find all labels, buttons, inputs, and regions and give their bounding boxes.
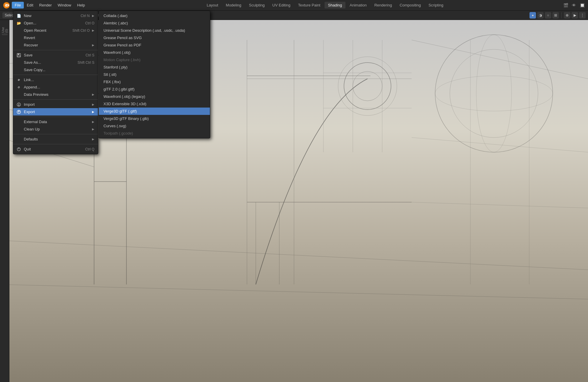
save-as-label: Save As... <box>24 60 41 65</box>
save-shortcut: Ctrl S <box>86 53 94 57</box>
menu-item-data-previews[interactable]: Data Previews ▶ <box>13 91 98 98</box>
menu-item-save-as[interactable]: Save As... Shift Ctrl S <box>13 59 98 66</box>
menu-item-external-data[interactable]: External Data ▶ <box>13 118 98 125</box>
menu-item-clean-up[interactable]: Clean Up ▶ <box>13 125 98 133</box>
external-data-icon <box>16 119 21 125</box>
menu-item-append[interactable]: Append... <box>13 83 98 91</box>
save-copy-icon <box>16 67 21 73</box>
new-arrow: ▶ <box>92 14 94 17</box>
svg-line-31 <box>412 40 588 79</box>
menu-item-recover[interactable]: Recover ▶ <box>13 41 98 49</box>
verge3d-glb-label: Verge3D glTF Binary (.glb) <box>103 116 149 121</box>
tab-compositing[interactable]: Compositing <box>396 2 424 9</box>
export-stanford[interactable]: Stanford (.ply) <box>99 63 210 71</box>
export-arrow: ▶ <box>92 110 94 113</box>
divider-3 <box>561 12 562 18</box>
menu-edit[interactable]: Edit <box>24 2 36 9</box>
fbx-label: FBX (.fbx) <box>103 80 121 84</box>
external-data-arrow: ▶ <box>92 120 94 123</box>
status-left: Use (0) <box>0 20 9 33</box>
menu-item-link[interactable]: Link... <box>13 76 98 83</box>
save-as-icon <box>16 60 21 65</box>
snapping-icon[interactable]: 🔲 <box>579 2 586 9</box>
tab-animation[interactable]: Animation <box>346 2 370 9</box>
svg-line-41 <box>412 202 588 208</box>
svg-rect-43 <box>18 53 19 55</box>
blender-logo <box>2 1 11 9</box>
export-curves-svg[interactable]: Curves (.svg) <box>99 122 210 130</box>
tab-shading[interactable]: Shading <box>325 2 346 9</box>
export-gltf2[interactable]: glTF 2.0 (.glb/.gltf) <box>99 86 210 93</box>
export-stl[interactable]: Stl (.stl) <box>99 71 210 78</box>
tab-layout[interactable]: Layout <box>203 2 222 9</box>
scene-icon[interactable]: 🎬 <box>562 2 569 9</box>
viewport-shading-material[interactable]: ◑ <box>537 12 544 19</box>
verge3d-gltf-label: Verge3D glTF (.gltf) <box>103 109 137 113</box>
gizmo-icon[interactable]: ⊕ <box>564 12 570 19</box>
snapping-toggle[interactable]: ⋮ <box>579 12 586 19</box>
svg-rect-3 <box>5 5 6 6</box>
export-toolpath: Toolpath (.gcode) <box>99 130 210 137</box>
viewport-overlay[interactable]: ⊞ <box>552 12 559 19</box>
new-label: New <box>24 14 31 18</box>
open-recent-icon <box>16 28 21 33</box>
menu-item-open[interactable]: 📂 Open... Ctrl O <box>13 19 98 27</box>
tab-sculpting[interactable]: Sculpting <box>245 2 268 9</box>
tab-scripting[interactable]: Scripting <box>425 2 447 9</box>
viewport-shading-solid[interactable]: ● <box>529 12 536 19</box>
export-collada[interactable]: Collada (.dae) <box>99 12 210 19</box>
revert-label: Revert <box>24 36 35 40</box>
menu-item-export[interactable]: Export ▶ <box>13 108 98 115</box>
tab-modeling[interactable]: Modeling <box>222 2 245 9</box>
export-grease-svg[interactable]: Grease Pencil as SVG <box>99 34 210 41</box>
new-icon: 📄 <box>16 13 21 19</box>
export-usd[interactable]: Universal Scene Description (.usd, .usdc… <box>99 27 210 34</box>
menubar: File Edit Render Window Help Layout Mode… <box>0 0 588 11</box>
append-icon <box>16 85 21 90</box>
export-alembic[interactable]: Alembic (.abc) <box>99 19 210 27</box>
left-toolbar: ↖ ⊞ <box>0 20 9 382</box>
external-data-label: External Data <box>24 120 47 124</box>
tab-texture-paint[interactable]: Texture Paint <box>295 2 324 9</box>
export-fbx[interactable]: FBX (.fbx) <box>99 78 210 86</box>
x3d-label: X3D Extensible 3D (.x3d) <box>103 102 146 106</box>
viewport-shading-rendered[interactable]: ○ <box>545 12 551 19</box>
svg-point-38 <box>476 35 512 152</box>
export-verge3d-gltf[interactable]: Verge3D glTF (.gltf) <box>99 108 210 115</box>
svg-rect-44 <box>18 56 20 57</box>
menu-item-import[interactable]: Import ▶ <box>13 101 98 108</box>
quit-shortcut: Ctrl Q <box>85 147 94 151</box>
menu-item-save-copy[interactable]: Save Copy... <box>13 66 98 73</box>
import-icon <box>16 102 21 107</box>
menu-window[interactable]: Window <box>55 2 74 9</box>
export-label: Export <box>24 110 35 114</box>
open-recent-label: Open Recent <box>24 28 46 33</box>
collada-label: Collada (.dae) <box>103 14 128 18</box>
menu-item-new[interactable]: 📄 New Ctrl N ▶ <box>13 12 98 19</box>
menubar-left: File Edit Render Window Help <box>0 1 88 9</box>
svg-point-15 <box>344 63 391 110</box>
menu-item-quit[interactable]: Quit Ctrl Q <box>13 145 98 153</box>
export-grease-pdf[interactable]: Grease Pencil as PDF <box>99 41 210 49</box>
import-label: Import <box>24 102 35 107</box>
sidebar-toggle[interactable]: ▶ <box>572 12 578 19</box>
alembic-label: Alembic (.abc) <box>103 21 128 25</box>
menu-help[interactable]: Help <box>74 2 88 9</box>
menu-item-save[interactable]: Save Ctrl S <box>13 51 98 59</box>
menubar-right: 🎬 👁 🔲 <box>562 2 588 9</box>
sep-4 <box>13 117 98 117</box>
menu-item-revert[interactable]: Revert <box>13 34 98 41</box>
export-x3d[interactable]: X3D Extensible 3D (.x3d) <box>99 100 210 108</box>
menu-render[interactable]: Render <box>36 2 55 9</box>
tab-uv-editing[interactable]: UV Editing <box>269 2 294 9</box>
menu-file[interactable]: File <box>12 2 24 9</box>
export-wavefront[interactable]: Wavefront (.obj) <box>99 49 210 56</box>
defaults-icon <box>16 137 21 142</box>
menu-item-defaults[interactable]: Defaults ▶ <box>13 135 98 143</box>
export-wavefront-legacy[interactable]: Wavefront (.obj) (legacy) <box>99 93 210 100</box>
tab-rendering[interactable]: Rendering <box>371 2 395 9</box>
export-verge3d-glb[interactable]: Verge3D glTF Binary (.glb) <box>99 115 210 122</box>
view-icon[interactable]: 👁 <box>570 2 577 9</box>
link-icon <box>16 77 21 83</box>
menu-item-open-recent[interactable]: Open Recent Shift Ctrl O ▶ <box>13 27 98 34</box>
